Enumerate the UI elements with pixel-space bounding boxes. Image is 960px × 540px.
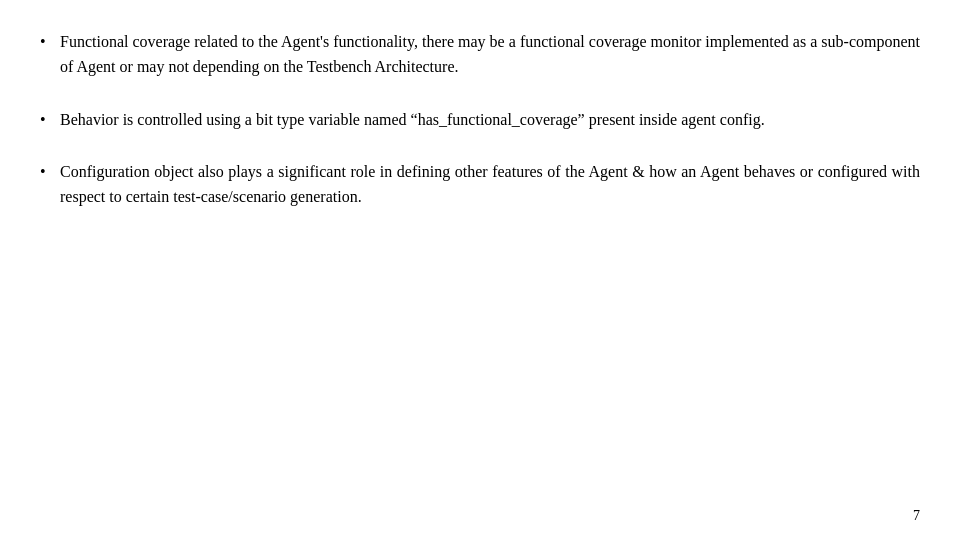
list-item: • Behavior is controlled using a bit typ…: [40, 108, 920, 133]
bullet-dot: •: [40, 30, 60, 54]
page-number: 7: [913, 508, 920, 524]
slide-container: • Functional coverage related to the Age…: [0, 0, 960, 540]
bullet-text-2: Behavior is controlled using a bit type …: [60, 108, 765, 133]
bullet-dot: •: [40, 160, 60, 184]
bullet-dot: •: [40, 108, 60, 132]
bullet-text-3: Configuration object also plays a signif…: [60, 160, 920, 210]
list-item: • Configuration object also plays a sign…: [40, 160, 920, 210]
bullet-text-1: Functional coverage related to the Agent…: [60, 30, 920, 80]
bullet-list: • Functional coverage related to the Age…: [40, 30, 920, 210]
list-item: • Functional coverage related to the Age…: [40, 30, 920, 80]
